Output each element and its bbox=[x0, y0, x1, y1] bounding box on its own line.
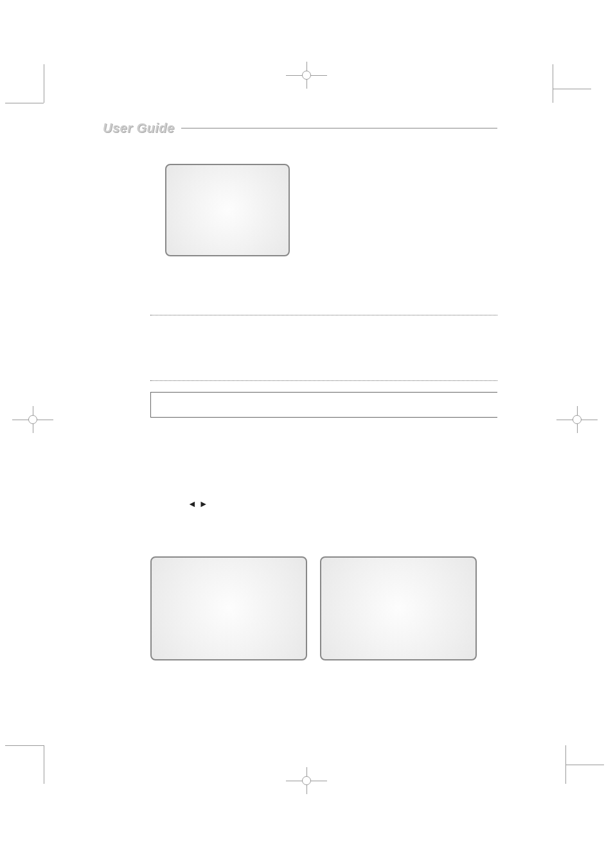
dotted-divider bbox=[150, 315, 497, 315]
arrow-right-icon: ► bbox=[199, 499, 208, 509]
left-right-arrows-icon: ◄ ► bbox=[188, 499, 208, 509]
screen-illustration bbox=[165, 164, 290, 256]
crop-mark-icon bbox=[5, 745, 44, 746]
crop-mark-icon bbox=[565, 765, 604, 765]
header-title: User Guide bbox=[103, 121, 175, 136]
arrow-left-icon: ◄ bbox=[188, 499, 197, 509]
crop-mark-icon bbox=[5, 103, 44, 103]
screen-illustration bbox=[150, 556, 307, 660]
registration-mark-icon bbox=[556, 406, 598, 433]
header-divider bbox=[181, 128, 497, 128]
registration-mark-icon bbox=[286, 62, 327, 89]
dotted-divider bbox=[150, 380, 497, 381]
crop-mark-icon bbox=[553, 89, 591, 89]
crop-mark-icon bbox=[44, 745, 44, 784]
registration-mark-icon bbox=[286, 767, 327, 794]
crop-mark-icon bbox=[44, 64, 44, 103]
note-box bbox=[150, 392, 497, 418]
registration-mark-icon bbox=[12, 406, 53, 433]
screen-illustration bbox=[320, 556, 477, 660]
crop-mark-icon bbox=[553, 64, 553, 103]
header: User Guide bbox=[103, 121, 497, 136]
